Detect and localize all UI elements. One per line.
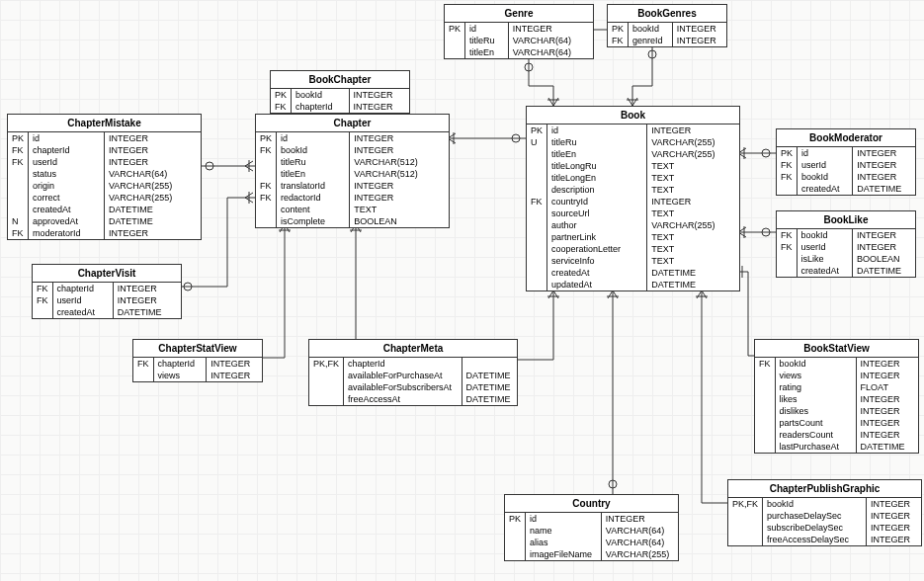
entity-bookstatview: BookStatViewFKbookIdINTEGERviewsINTEGERr… <box>754 339 919 454</box>
entity-title: ChapterMistake <box>8 115 201 132</box>
column-name: createdAt <box>29 204 105 215</box>
column-name: readersCount <box>775 429 856 441</box>
column-row: authorVARCHAR(255) <box>527 219 739 231</box>
column-row: readersCountINTEGER <box>755 429 918 441</box>
column-type: DATETIME <box>856 441 918 453</box>
column-row: FKbookIdINTEGER <box>755 358 918 370</box>
column-row: titleEnVARCHAR(512) <box>256 168 449 180</box>
column-row: availableForPurchaseAtDATETIME <box>309 370 517 381</box>
column-key: FK <box>256 180 277 192</box>
entity-title: BookModerator <box>777 129 915 147</box>
column-row: FKbookIdINTEGER <box>777 229 915 241</box>
column-name: lastPurchaseAt <box>775 441 856 453</box>
column-row: partnerLinkTEXT <box>527 231 739 243</box>
column-row: FKtranslatorIdINTEGER <box>256 180 449 192</box>
entity-columns: PKidINTEGERFKbookIdINTEGERtitleRuVARCHAR… <box>256 132 449 227</box>
column-key <box>8 192 29 204</box>
column-name: isComplete <box>277 215 350 227</box>
column-type: DATETIME <box>462 393 517 405</box>
column-key <box>505 525 526 537</box>
column-type: INTEGER <box>350 180 449 192</box>
column-key <box>728 510 763 522</box>
column-row: viewsINTEGER <box>755 370 918 381</box>
column-type: BOOLEAN <box>350 215 449 227</box>
column-key <box>527 148 547 160</box>
column-key <box>8 204 29 215</box>
column-name: userId <box>798 159 853 171</box>
column-row: partsCountINTEGER <box>755 417 918 429</box>
column-type: VARCHAR(64) <box>508 35 593 46</box>
column-row: purchaseDelaySecINTEGER <box>728 510 921 522</box>
column-type: INTEGER <box>508 23 593 35</box>
column-type: INTEGER <box>672 35 726 46</box>
column-name: titleEn <box>465 46 509 58</box>
column-key <box>309 381 344 393</box>
column-row: FKchapterIdINTEGER <box>271 101 409 113</box>
column-key <box>527 184 547 196</box>
column-name: id <box>798 147 853 159</box>
column-row: FKbookIdINTEGER <box>777 171 915 183</box>
entity-columns: PKbookIdINTEGERFKgenreIdINTEGER <box>608 23 726 46</box>
column-type: INTEGER <box>867 510 921 522</box>
entity-columns: FKbookIdINTEGERFKuserIdINTEGERisLikeBOOL… <box>777 229 915 277</box>
column-name: bookId <box>763 498 867 510</box>
column-name: dislikes <box>775 405 856 417</box>
column-type: TEXT <box>647 208 739 219</box>
column-row: titleRuVARCHAR(512) <box>256 156 449 168</box>
column-type: INTEGER <box>350 144 449 156</box>
column-key: PK <box>271 89 292 101</box>
column-type: DATETIME <box>853 183 915 195</box>
column-type: INTEGER <box>867 534 921 545</box>
column-type: INTEGER <box>113 283 181 294</box>
column-row: PKidINTEGER <box>505 513 678 525</box>
column-name: bookId <box>797 229 853 241</box>
column-name: userId <box>797 241 853 253</box>
column-name: imageFileName <box>526 548 602 560</box>
column-name: author <box>547 219 647 231</box>
column-key: FK <box>8 227 29 239</box>
entity-columns: FKchapterIdINTEGERFKuserIdINTEGERcreated… <box>33 283 181 318</box>
column-key: N <box>8 215 29 227</box>
column-type: VARCHAR(512) <box>350 168 449 180</box>
column-key: PK <box>777 147 798 159</box>
column-row: FKuserIdINTEGER <box>8 156 201 168</box>
column-key <box>527 172 547 184</box>
column-type: VARCHAR(255) <box>647 136 739 148</box>
column-type: INTEGER <box>853 159 915 171</box>
column-name: isLike <box>797 253 853 265</box>
column-name: partnerLink <box>547 231 647 243</box>
entity-title: Book <box>527 107 739 124</box>
column-type: INTEGER <box>105 132 202 144</box>
column-row: isCompleteBOOLEAN <box>256 215 449 227</box>
column-name: titleEn <box>277 168 350 180</box>
column-type: DATETIME <box>853 265 915 277</box>
column-type: INTEGER <box>856 393 918 405</box>
column-type: INTEGER <box>349 89 409 101</box>
column-type: VARCHAR(255) <box>601 548 678 560</box>
column-key <box>527 267 547 279</box>
column-name: correct <box>29 192 105 204</box>
column-row: cooperationLetterTEXT <box>527 243 739 255</box>
column-row: PKidINTEGER <box>256 132 449 144</box>
column-key: PK <box>8 132 29 144</box>
column-row: sourceUrlTEXT <box>527 208 739 219</box>
column-key <box>777 253 797 265</box>
column-key <box>777 183 798 195</box>
column-key <box>445 46 465 58</box>
column-name: chapterId <box>29 144 105 156</box>
column-name: id <box>465 23 509 35</box>
column-row: descriptionTEXT <box>527 184 739 196</box>
column-key: FK <box>271 101 292 113</box>
column-name: partsCount <box>775 417 856 429</box>
column-name: titleRu <box>277 156 350 168</box>
column-name: purchaseDelaySec <box>763 510 867 522</box>
column-row: FKuserIdINTEGER <box>777 159 915 171</box>
column-row: correctVARCHAR(255) <box>8 192 201 204</box>
column-type: INTEGER <box>647 124 739 136</box>
column-key: FK <box>777 241 797 253</box>
column-name: userId <box>52 294 113 306</box>
column-name: content <box>277 204 350 215</box>
column-name: chapterId <box>52 283 113 294</box>
column-type: INTEGER <box>207 358 262 370</box>
entity-columns: FKchapterIdINTEGERviewsINTEGER <box>133 358 262 381</box>
